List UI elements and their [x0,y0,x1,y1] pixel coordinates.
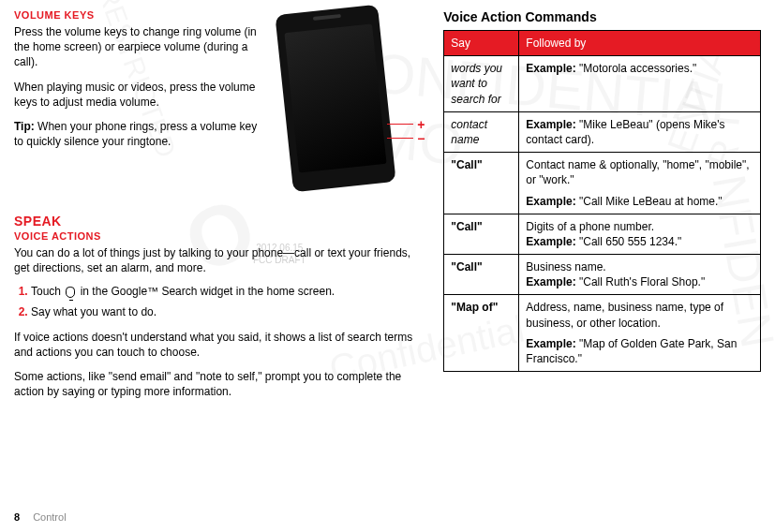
step-1-post: in the Google™ Search widget in the home… [77,285,335,298]
page-number: 8 [14,511,20,523]
follow-cell: Digits of a phone number. Example: "Call… [519,214,761,254]
voice-commands-table: Say Followed by words you want to search… [443,30,761,372]
table-row: "Call" Contact name & optionally, "home"… [444,153,761,214]
tip-label: Tip: [14,120,35,133]
follow-cell: Example: "Mike LeBeau" (opens Mike's con… [519,111,761,152]
follow-cell: Contact name & optionally, "home", "mobi… [519,153,761,214]
voice-commands-title: Voice Action Commands [443,9,761,24]
tip-text: When your phone rings, press a volume ke… [14,120,257,148]
volume-leader-minus [387,138,413,139]
step-1: Touch in the Google™ Search widget in th… [31,285,425,300]
follow-body: Address, name, business name, type of bu… [526,300,753,330]
table-row: "Call" Business name. Example: "Call Rut… [444,255,761,295]
voice-actions-intro: You can do a lot of things just by talki… [14,245,425,275]
phone-icon [276,5,396,192]
example-label: Example: [526,195,575,208]
left-column: + − VOLUME KEYS Press the volume keys to… [14,9,443,408]
microphone-icon [66,287,75,298]
table-row: "Map of" Address, name, business name, t… [444,295,761,372]
follow-cell: Business name. Example: "Call Ruth's Flo… [519,255,761,295]
phone-illustration: + − [275,9,425,197]
col-header-say: Say [444,31,519,56]
say-cell: "Call" [444,153,519,214]
example-label: Example: [526,235,575,248]
voice-actions-heading: VOICE ACTIONS [14,230,425,242]
follow-body: Digits of a phone number. [526,219,753,234]
say-cell: words you want to search for [444,56,519,112]
section-name: Control [33,511,66,523]
follow-body: Contact name & optionally, "home", "mobi… [526,157,753,187]
step-1-pre: Touch [31,285,64,298]
say-cell: "Call" [444,255,519,295]
example-text: "Call Ruth's Floral Shop." [576,275,706,288]
example-label: Example: [526,62,575,75]
speak-heading: SPEAK [14,214,425,229]
plus-icon: + [417,117,425,132]
footer: 8Control [14,511,67,523]
say-cell: "Call" [444,214,519,254]
table-row: contact name Example: "Mike LeBeau" (ope… [444,111,761,152]
table-row: "Call" Digits of a phone number. Example… [444,214,761,254]
step-2: Say what you want to do. [31,305,425,320]
say-cell: contact name [444,111,519,152]
volume-leader-plus [387,124,413,125]
voice-actions-post-1: If voice actions doesn't understand what… [14,330,425,360]
table-row: words you want to search for Example: "M… [444,56,761,112]
voice-actions-post-2: Some actions, like "send email" and "not… [14,369,425,399]
example-label: Example: [526,337,575,350]
right-column: Voice Action Commands Say Followed by wo… [443,9,761,408]
example-text: "Call Mike LeBeau at home." [576,195,723,208]
follow-cell: Address, name, business name, type of bu… [519,295,761,372]
example-label: Example: [526,275,575,288]
follow-cell: Example: "Motorola accessories." [519,56,761,112]
minus-icon: − [417,131,425,146]
example-text: "Motorola accessories." [576,62,697,75]
col-header-followed-by: Followed by [519,31,761,56]
example-text: "Call 650 555 1234." [576,235,682,248]
example-label: Example: [526,118,575,131]
follow-body: Business name. [526,259,753,274]
say-cell: "Map of" [444,295,519,372]
